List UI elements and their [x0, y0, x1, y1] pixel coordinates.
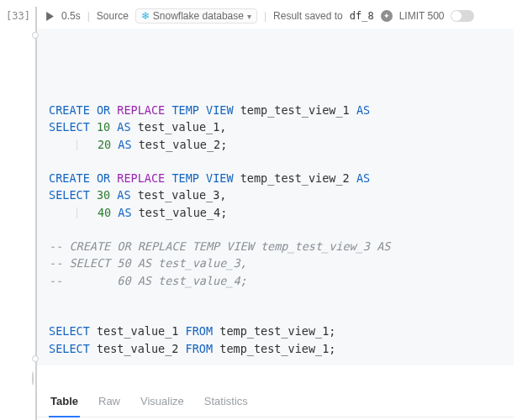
result-saved-label: Result saved to	[273, 10, 343, 22]
result-var[interactable]: df_8	[350, 10, 374, 22]
fold-dot[interactable]	[32, 32, 39, 39]
source-label: Source	[97, 10, 129, 22]
tab-visualize[interactable]: Visualize	[139, 390, 186, 417]
tab-raw[interactable]: Raw	[97, 390, 122, 417]
run-icon[interactable]	[45, 12, 55, 21]
fold-dot[interactable]	[32, 355, 39, 362]
chevron-down-icon: ▾	[247, 12, 251, 21]
output-tabs: TableRawVisualizeStatistics	[37, 385, 514, 417]
datasource-chip[interactable]: ❄ Snowflake database ▾	[135, 8, 257, 24]
fold-dot[interactable]	[32, 371, 34, 386]
snowflake-icon: ❄	[141, 10, 150, 22]
run-time: 0.5s	[61, 10, 81, 22]
limit-label: LIMIT 500	[399, 10, 445, 22]
cell-exec-count: [33]	[3, 7, 35, 420]
code-editor[interactable]: CREATE OR REPLACE TEMP VIEW temp_test_vi…	[37, 29, 514, 365]
compass-icon[interactable]: ✦	[381, 10, 393, 22]
tab-statistics[interactable]: Statistics	[203, 390, 250, 417]
datasource-name: Snowflake database	[153, 10, 244, 22]
tab-table[interactable]: Table	[49, 390, 80, 417]
limit-toggle[interactable]	[451, 10, 474, 22]
cell-output: TableRawVisualizeStatistics ⌄.3TEST_VALU…	[37, 365, 514, 420]
cell-toolbar: 0.5s | Source ❄ Snowflake database ▾ | R…	[37, 7, 514, 29]
